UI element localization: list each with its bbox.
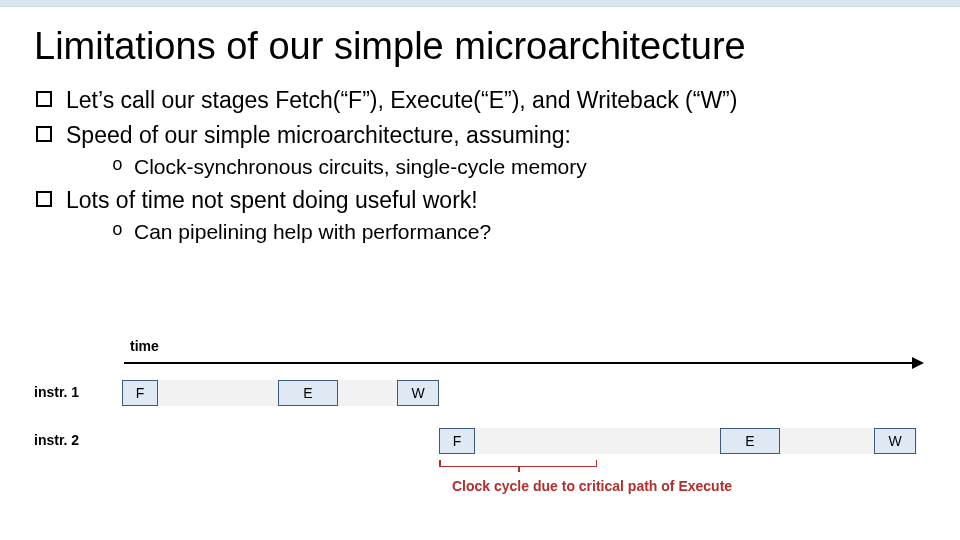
time-axis-label: time bbox=[130, 338, 159, 354]
sub-bullet-text: Can pipelining help with performance? bbox=[134, 220, 491, 243]
bullet-list: Let’s call our stages Fetch(“F”), Execut… bbox=[36, 86, 926, 245]
slide-title: Limitations of our simple microarchitect… bbox=[34, 25, 926, 68]
stage-execute: E bbox=[720, 428, 780, 454]
sub-bullet-item: Can pipelining help with performance? bbox=[112, 219, 926, 245]
pipeline-track bbox=[439, 428, 917, 454]
sub-bullet-item: Clock-synchronous circuits, single-cycle… bbox=[112, 154, 926, 180]
bullet-text: Speed of our simple microarchitecture, a… bbox=[66, 122, 571, 148]
stage-writeback: W bbox=[874, 428, 916, 454]
bullet-text: Let’s call our stages Fetch(“F”), Execut… bbox=[66, 87, 737, 113]
accent-bar bbox=[0, 0, 960, 7]
bullet-item: Speed of our simple microarchitecture, a… bbox=[36, 121, 926, 180]
bullet-text: Lots of time not spent doing useful work… bbox=[66, 187, 478, 213]
bullet-item: Lots of time not spent doing useful work… bbox=[36, 186, 926, 245]
time-axis-arrowhead-icon bbox=[912, 357, 924, 369]
bullet-item: Let’s call our stages Fetch(“F”), Execut… bbox=[36, 86, 926, 115]
row-label-instr-2: instr. 2 bbox=[34, 432, 79, 448]
sub-bullet-list: Can pipelining help with performance? bbox=[112, 219, 926, 245]
slide-body: Limitations of our simple microarchitect… bbox=[0, 7, 960, 245]
time-axis-line bbox=[124, 362, 914, 364]
sub-bullet-text: Clock-synchronous circuits, single-cycle… bbox=[134, 155, 587, 178]
stage-fetch: F bbox=[439, 428, 475, 454]
clock-cycle-caption: Clock cycle due to critical path of Exec… bbox=[452, 478, 732, 494]
stage-fetch: F bbox=[122, 380, 158, 406]
stage-writeback: W bbox=[397, 380, 439, 406]
stage-execute: E bbox=[278, 380, 338, 406]
row-label-instr-1: instr. 1 bbox=[34, 384, 79, 400]
sub-bullet-list: Clock-synchronous circuits, single-cycle… bbox=[112, 154, 926, 180]
clock-cycle-brace-tip bbox=[518, 466, 520, 472]
